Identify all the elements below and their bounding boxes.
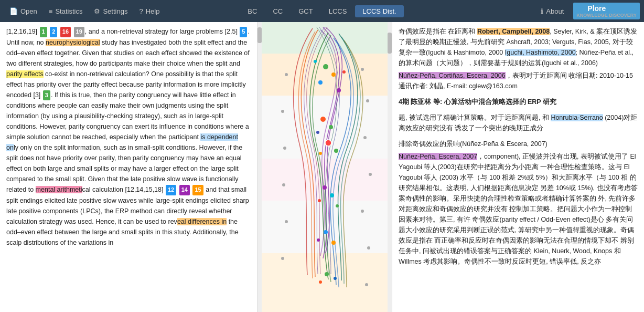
open-label: Open [20, 7, 37, 15]
about-label: About [546, 7, 564, 15]
svg-point-32 [369, 173, 372, 176]
viz-left-scrollbar[interactable] [257, 22, 262, 312]
left-text-1: [1,2,16,19] 1 2 16 19, and a non-retriev… [6, 26, 251, 248]
tab-gct[interactable]: GCT [291, 5, 320, 17]
svg-point-31 [363, 136, 367, 139]
svg-rect-5 [257, 253, 392, 312]
logo-subtitle: KNOWLEDGE DISCOVERY [576, 13, 637, 18]
svg-point-38 [283, 147, 286, 150]
settings-button[interactable]: ⚙ Settings [89, 5, 133, 17]
nav-left: 📄 Open ≡ Statistics ⚙ Settings ? Help [4, 5, 238, 17]
svg-rect-1 [257, 54, 392, 96]
svg-point-28 [334, 277, 337, 280]
svg-point-34 [367, 246, 370, 249]
svg-point-23 [324, 230, 328, 234]
logo: SciPlore KNOWLEDGE DISCOVERY [573, 3, 640, 19]
help-label: Help [146, 7, 160, 15]
svg-point-22 [336, 204, 339, 207]
right-text-3: 4期 陈亚林 等: 心算活动中混合策略选择的 ERP 研究 [399, 97, 638, 107]
svg-point-14 [316, 131, 319, 134]
right-text-5: 排除奇偶效应的景响(Núñez-Peña & Escera, 2007) [399, 139, 638, 149]
top-navigation: 📄 Open ≡ Statistics ⚙ Settings ? Help BC… [0, 0, 644, 22]
tab-bc[interactable]: BC [240, 5, 264, 17]
center-visualization [257, 22, 392, 312]
gear-icon: ⚙ [94, 7, 100, 15]
statistics-button[interactable]: ≡ Statistics [44, 5, 88, 17]
svg-point-40 [285, 220, 288, 223]
tab-lccs[interactable]: LCCS [321, 5, 355, 17]
svg-point-30 [366, 99, 369, 102]
help-icon: ? [139, 7, 143, 15]
svg-point-36 [285, 73, 288, 76]
svg-point-18 [319, 152, 322, 155]
svg-point-16 [325, 140, 331, 146]
svg-point-7 [331, 72, 336, 77]
logo-sci: Sci [576, 4, 587, 13]
svg-point-21 [318, 199, 321, 202]
logo-box: SciPlore KNOWLEDGE DISCOVERY [573, 3, 640, 19]
info-icon: ℹ [541, 7, 543, 15]
svg-point-10 [314, 60, 317, 63]
and-word: and [206, 186, 217, 193]
settings-label: Settings [103, 7, 127, 15]
svg-point-41 [281, 257, 284, 260]
main-content: [1,2,16,19] 1 2 16 19, and a non-retriev… [0, 22, 644, 312]
svg-point-13 [329, 125, 333, 129]
viz-left-scrollbar-thumb[interactable] [257, 27, 262, 43]
svg-point-11 [342, 70, 346, 74]
svg-point-35 [365, 283, 368, 286]
svg-point-17 [334, 149, 338, 153]
statistics-label: Statistics [55, 7, 82, 15]
svg-point-29 [361, 68, 364, 71]
svg-point-39 [282, 183, 285, 186]
statistics-icon: ≡ [49, 7, 53, 15]
tab-cc[interactable]: CC [265, 5, 290, 17]
tab-lccs-dist[interactable]: LCCS Dist. [355, 5, 403, 17]
file-icon: 📄 [9, 7, 18, 15]
right-text-6: Núñez-Peña, Escera, 2007，component), 正慢波… [399, 151, 638, 267]
svg-point-24 [331, 241, 336, 245]
right-text-4: 题, 被试选用了精确计算策略。对于远距离间题, 和 Honrubia-Serra… [399, 112, 638, 133]
nav-right: ℹ About SciPlore KNOWLEDGE DISCOVERY [406, 3, 640, 19]
help-button[interactable]: ? Help [134, 5, 165, 17]
right-text-1: 奇偶效应是指在 在距离和 Robert, Campbell, 2008, Sey… [399, 26, 638, 68]
left-panel[interactable]: [1,2,16,19] 1 2 16 19, and a non-retriev… [0, 22, 257, 312]
svg-point-20 [330, 193, 334, 197]
viz-scrollbar-thumb[interactable] [388, 33, 392, 54]
svg-point-6 [323, 64, 328, 69]
svg-point-33 [361, 210, 364, 213]
svg-rect-0 [257, 22, 392, 54]
svg-point-27 [319, 280, 322, 284]
nav-center-tabs: BC CC GCT LCCS LCCS Dist. [240, 5, 403, 17]
svg-point-26 [325, 272, 329, 276]
svg-point-12 [320, 117, 326, 122]
open-button[interactable]: 📄 Open [4, 5, 42, 17]
svg-point-25 [317, 238, 320, 242]
right-text-2: Núñez-Peña, Cortiñas, Escera, 2006，表明对于近… [399, 70, 638, 91]
about-button[interactable]: ℹ About [535, 5, 569, 17]
svg-rect-2 [257, 96, 392, 159]
right-panel[interactable]: 奇偶效应是指在 在距离和 Robert, Campbell, 2008, Sey… [392, 22, 644, 312]
svg-point-19 [323, 185, 327, 190]
viz-svg [257, 22, 392, 312]
svg-point-9 [337, 88, 341, 92]
viz-scrollbar[interactable] [388, 22, 392, 312]
svg-point-37 [281, 110, 284, 113]
logo-plore: Plore [587, 4, 606, 13]
svg-point-8 [318, 80, 323, 85]
